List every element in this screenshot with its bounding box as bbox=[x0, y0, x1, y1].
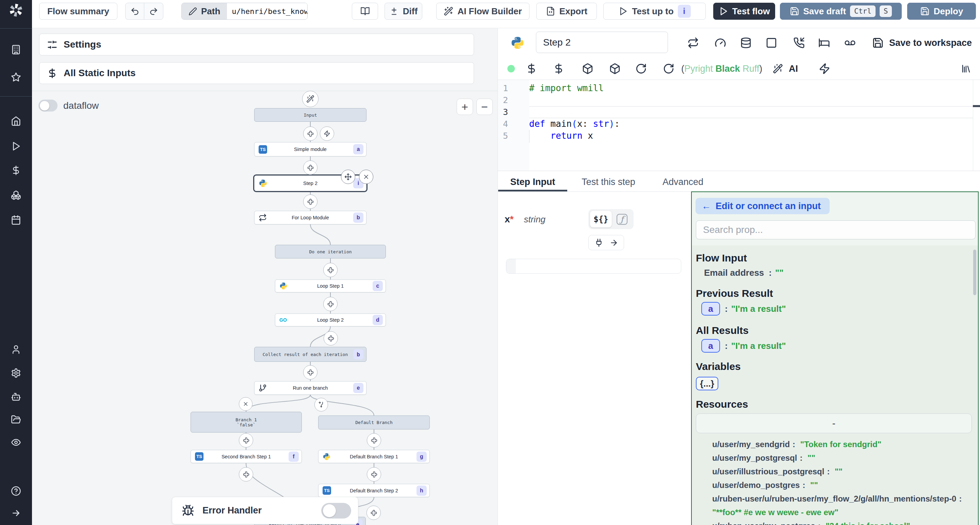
resource-row[interactable]: u/user/demo_postgres: "" bbox=[696, 478, 972, 492]
sidebar-item-favorites[interactable] bbox=[11, 72, 21, 82]
step-id-badge[interactable]: a bbox=[701, 339, 720, 353]
step-name-input[interactable]: Step 2 bbox=[536, 32, 668, 53]
flow-node-run-one-branch[interactable]: Run one branch e bbox=[254, 381, 366, 395]
reload-icon[interactable] bbox=[635, 63, 647, 75]
add-branch-button[interactable] bbox=[314, 398, 328, 411]
ai-gen-wand-icon[interactable] bbox=[773, 63, 783, 74]
sidebar-item-resources[interactable] bbox=[11, 190, 21, 200]
sidebar-item-audit-logs[interactable] bbox=[11, 437, 21, 447]
plug-icon[interactable] bbox=[595, 238, 603, 247]
add-step-button[interactable] bbox=[323, 297, 337, 311]
add-trigger-button[interactable] bbox=[320, 127, 334, 141]
test-up-to-button[interactable]: Test up to i bbox=[603, 3, 706, 20]
back-to-edit-button[interactable]: ← Edit or connect an input bbox=[695, 198, 830, 214]
resource-row[interactable]: u/ruben-user/my_postgres: "24 this is fo… bbox=[696, 519, 972, 525]
add-step-button[interactable] bbox=[239, 467, 253, 482]
add-step-button[interactable] bbox=[367, 467, 381, 482]
flow-node-collect-result[interactable]: Collect result of each iteration b bbox=[254, 347, 366, 362]
suspend-phone-icon[interactable] bbox=[793, 37, 805, 49]
code-line-4[interactable]: def main(x: str): bbox=[529, 118, 620, 130]
save-draft-button[interactable]: Save draft Ctrl S bbox=[780, 3, 902, 20]
sidebar-item-runs[interactable] bbox=[11, 141, 21, 151]
editor-splitter[interactable] bbox=[498, 171, 980, 171]
code-line-5[interactable]: return x bbox=[529, 130, 593, 142]
resource-row[interactable]: u/ruben-user/u/ruben-user/my_flow_2/g/al… bbox=[696, 492, 972, 519]
sidebar-item-schedules[interactable] bbox=[11, 215, 21, 225]
variables-row[interactable]: {...} bbox=[696, 376, 972, 391]
remove-branch-button[interactable] bbox=[239, 397, 253, 411]
sleep-bed-icon[interactable] bbox=[818, 37, 830, 49]
variable-picker-icon[interactable] bbox=[526, 63, 537, 75]
tab-test-this-step[interactable]: Test this step bbox=[567, 172, 649, 192]
step-id-badge[interactable]: a bbox=[701, 302, 720, 316]
add-step-button[interactable] bbox=[303, 365, 318, 379]
instant-preview-zap-icon[interactable] bbox=[819, 63, 830, 75]
sidebar-item-help[interactable] bbox=[11, 486, 21, 496]
connect-panel-scrollbar[interactable] bbox=[973, 250, 976, 295]
ai-step-suggestion-button[interactable] bbox=[302, 91, 318, 107]
concurrency-square-icon[interactable] bbox=[765, 37, 777, 49]
sidebar-item-users[interactable] bbox=[11, 344, 21, 355]
flow-node-branch1[interactable]: Branch 1 `false` bbox=[191, 412, 302, 433]
flow-node-for-loop[interactable]: For Loop Module b bbox=[254, 211, 366, 224]
sidebar-item-expand[interactable] bbox=[11, 508, 21, 518]
early-stop-gauge-icon[interactable] bbox=[714, 37, 726, 49]
code-line-1[interactable]: # import wmill bbox=[529, 82, 604, 94]
export-button[interactable]: Export bbox=[536, 3, 597, 20]
all-results-row[interactable]: a : "I'm a result" bbox=[696, 338, 972, 353]
sidebar-item-settings[interactable] bbox=[11, 368, 21, 378]
flow-node-second-branch-step1[interactable]: TS Second Branch Step 1 f bbox=[191, 450, 302, 463]
resource-row[interactable]: u/user/my_postgresql: "" bbox=[696, 451, 972, 465]
sidebar-item-variables[interactable] bbox=[11, 165, 21, 176]
flow-node-do-one-iteration[interactable]: Do one iteration bbox=[275, 245, 386, 259]
sidebar-item-workspace[interactable] bbox=[11, 44, 21, 55]
path-value[interactable]: u/henri/best_known bbox=[227, 3, 307, 19]
ai-flow-builder-button[interactable]: AI Flow Builder bbox=[436, 3, 530, 20]
cache-database-icon[interactable] bbox=[740, 37, 752, 49]
flow-node-simple-module[interactable]: TS Simple module a bbox=[254, 142, 366, 156]
resource-row[interactable]: u/user/my_sendgrid: "Token for sendgrid" bbox=[696, 438, 972, 451]
flow-node-default-branch[interactable]: Default Branch bbox=[318, 416, 430, 430]
previous-result-row[interactable]: a : "I'm a result" bbox=[696, 301, 972, 316]
reload-icon[interactable] bbox=[663, 63, 675, 75]
add-step-button[interactable] bbox=[303, 195, 318, 209]
resource-row[interactable]: u/user/illustrious_postgresql: "" bbox=[696, 465, 972, 478]
flow-node-loop-step1[interactable]: Loop Step 1 c bbox=[275, 279, 386, 292]
sidebar-item-home[interactable] bbox=[11, 116, 21, 126]
redo-button[interactable] bbox=[144, 3, 163, 19]
package-icon[interactable] bbox=[582, 63, 593, 75]
add-step-button[interactable] bbox=[303, 127, 318, 141]
sidebar-item-workers[interactable] bbox=[11, 392, 21, 402]
ai-label[interactable]: AI bbox=[789, 63, 798, 74]
flow-input-row[interactable]: Email address : "" bbox=[696, 267, 972, 278]
add-step-button[interactable] bbox=[324, 331, 338, 346]
retries-icon[interactable] bbox=[687, 37, 699, 49]
error-handler-toggle[interactable] bbox=[321, 503, 351, 519]
arrow-right-icon[interactable] bbox=[609, 238, 618, 247]
undo-button[interactable] bbox=[126, 3, 144, 19]
package-icon[interactable] bbox=[609, 63, 620, 75]
flow-node-default-branch-step2[interactable]: TS Default Branch Step 2 h bbox=[318, 484, 430, 497]
flow-node-loop-step2[interactable]: GO Loop Step 2 d bbox=[275, 314, 386, 327]
diff-button[interactable]: Diff bbox=[385, 3, 422, 20]
add-step-button[interactable] bbox=[303, 160, 318, 175]
flow-node-default-branch-step1[interactable]: Default Branch Step 1 g bbox=[318, 450, 430, 463]
move-step-button[interactable] bbox=[341, 170, 355, 184]
windmill-logo-icon[interactable] bbox=[8, 2, 24, 18]
javascript-fn-button[interactable]: ƒ bbox=[614, 212, 630, 227]
flow-summary-button[interactable]: Flow summary bbox=[39, 3, 118, 20]
save-to-workspace-button[interactable]: Save to workspace bbox=[872, 37, 972, 49]
resource-picker-icon[interactable] bbox=[553, 63, 565, 75]
search-prop-input[interactable]: Search prop... bbox=[696, 220, 975, 240]
delete-step-button[interactable] bbox=[359, 170, 373, 184]
flow-node-input[interactable]: Input bbox=[254, 108, 366, 122]
library-icon[interactable] bbox=[961, 63, 971, 74]
sidebar-item-folders[interactable] bbox=[11, 414, 21, 425]
test-flow-button[interactable]: Test flow bbox=[713, 3, 775, 20]
add-step-button[interactable] bbox=[366, 506, 381, 520]
path-edit-button[interactable]: Path bbox=[182, 3, 227, 19]
template-expr-button[interactable]: ${} bbox=[590, 211, 612, 227]
add-step-button[interactable] bbox=[323, 263, 337, 277]
deploy-button[interactable]: Deploy bbox=[907, 3, 976, 20]
code-assistants-status[interactable]: (Pyright Black Ruff) bbox=[681, 63, 762, 74]
